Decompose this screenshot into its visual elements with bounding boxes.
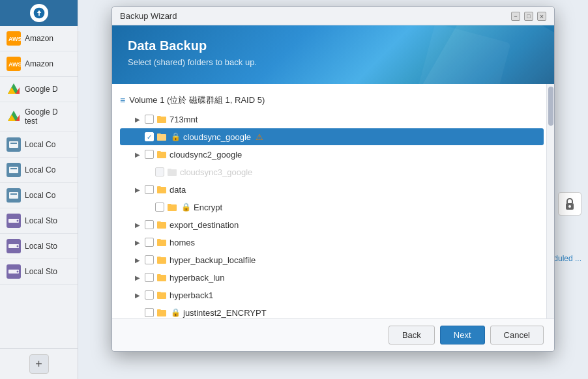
footer-right: Back Next Cancel bbox=[389, 326, 544, 344]
sidebar-item-google1[interactable]: Google D bbox=[0, 77, 78, 102]
folder-tree[interactable]: ≡ Volume 1 (位於 磁碟群組 1, RAID 5) ▶ 713mnt bbox=[112, 84, 546, 318]
expand-arrow[interactable]: ▶ bbox=[133, 255, 142, 264]
maximize-button[interactable]: □ bbox=[524, 12, 533, 21]
tree-item-hyperback-lun[interactable]: ▶ hyperback_lun bbox=[120, 269, 544, 286]
localstorage-icon bbox=[7, 214, 21, 228]
expand-arrow[interactable]: ▶ bbox=[133, 220, 142, 229]
checkbox-hyperback1[interactable] bbox=[145, 290, 154, 300]
sidebar-item-label: Local Sto bbox=[25, 267, 57, 276]
sidebar-item-localco1[interactable]: Local Co bbox=[0, 132, 78, 158]
checkbox-cloudsync2-google[interactable] bbox=[145, 150, 154, 159]
folder-icon bbox=[156, 237, 167, 247]
tree-item-export-destination[interactable]: ▶ export_destination bbox=[120, 216, 544, 233]
lock-icon: 🔒 bbox=[181, 203, 191, 212]
tree-item-713mnt[interactable]: ▶ 713mnt bbox=[120, 111, 544, 128]
localbackup-icon bbox=[7, 163, 21, 177]
lock-icon: 🔒 bbox=[171, 132, 181, 141]
volume-icon: ≡ bbox=[120, 95, 125, 105]
backup-wizard-dialog: Backup Wizard − □ × Data Backup Select (… bbox=[111, 7, 555, 352]
checkbox-713mnt[interactable] bbox=[145, 115, 154, 124]
sidebar-item-amazon1[interactable]: AWS Amazon bbox=[0, 26, 78, 51]
close-button[interactable]: × bbox=[537, 12, 546, 21]
lock-icon: 🔒 bbox=[171, 308, 181, 317]
expand-arrow[interactable]: ▶ bbox=[133, 290, 142, 300]
sidebar-item-localsto3[interactable]: Local Sto bbox=[0, 259, 78, 285]
tree-item-homes[interactable]: ▶ homes bbox=[120, 234, 544, 251]
svg-point-28 bbox=[17, 270, 19, 272]
folder-icon bbox=[167, 167, 177, 177]
item-label-data: data bbox=[169, 185, 186, 195]
sidebar-item-localco3[interactable]: Local Co bbox=[0, 183, 78, 208]
localbackup-icon bbox=[7, 137, 21, 152]
tree-item-cloudsync3-google[interactable]: cloudsync3_google bbox=[120, 163, 544, 180]
sidebar-item-label: Amazon bbox=[25, 34, 53, 43]
folder-icon bbox=[156, 114, 167, 124]
sidebar-bottom: + bbox=[0, 348, 78, 379]
checkbox-hyperback-lun[interactable] bbox=[145, 273, 154, 282]
tree-item-data[interactable]: ▶ data bbox=[120, 181, 544, 198]
expand-arrow[interactable]: ▶ bbox=[133, 185, 142, 194]
item-label-cloudsync3-google: cloudsync3_google bbox=[180, 167, 252, 177]
sidebar-item-amazon2[interactable]: AWS Amazon bbox=[0, 51, 78, 77]
item-label-hyperback1: hyperback1 bbox=[169, 290, 213, 300]
folder-icon bbox=[156, 272, 167, 283]
tree-item-encrypt[interactable]: 🔒 Encrypt bbox=[120, 199, 544, 216]
tree-item-hyperback1[interactable]: ▶ hyperback1 bbox=[120, 287, 544, 303]
dialog-banner: Data Backup Select (shared) folders to b… bbox=[112, 25, 554, 84]
sidebar-item-localco2[interactable]: Local Co bbox=[0, 158, 78, 183]
amazon-icon: AWS bbox=[7, 57, 21, 71]
sidebar-item-google2[interactable]: Google D test bbox=[0, 102, 78, 132]
svg-text:AWS: AWS bbox=[8, 61, 21, 68]
cancel-button[interactable]: Cancel bbox=[490, 326, 544, 344]
svg-point-22 bbox=[17, 219, 19, 221]
checkbox-cloudsync3-google[interactable] bbox=[155, 167, 164, 176]
checkbox-hyper-backup-localfile[interactable] bbox=[145, 255, 154, 264]
folder-icon bbox=[156, 255, 167, 265]
main-area: scheduled ... Backup Wizard − □ × Data B… bbox=[78, 0, 588, 379]
sidebar-item-label: Google D test bbox=[25, 107, 58, 126]
add-button[interactable]: + bbox=[29, 354, 49, 374]
sidebar-item-label: Amazon bbox=[25, 59, 53, 68]
next-button[interactable]: Next bbox=[440, 326, 485, 344]
item-label-713mnt: 713mnt bbox=[169, 115, 198, 124]
titlebar-controls: − □ × bbox=[511, 12, 546, 21]
dialog-title: Backup Wizard bbox=[120, 11, 177, 21]
checkbox-homes[interactable] bbox=[145, 238, 154, 247]
svg-text:AWS: AWS bbox=[8, 36, 21, 42]
tree-item-hyper-backup-localfile[interactable]: ▶ hyper_backup_localfile bbox=[120, 251, 544, 268]
checkbox-data[interactable] bbox=[145, 185, 154, 194]
item-label-cloudsync2-google: cloudsync2_google bbox=[169, 150, 242, 160]
localstorage-icon bbox=[7, 239, 21, 253]
expand-arrow[interactable]: ▶ bbox=[133, 150, 142, 159]
back-button[interactable]: Back bbox=[389, 326, 435, 344]
svg-rect-18 bbox=[9, 192, 18, 199]
scrollbar-track[interactable] bbox=[546, 84, 554, 318]
sidebar-header bbox=[0, 0, 78, 26]
localstorage-icon bbox=[7, 264, 21, 279]
sidebar-item-label: Local Co bbox=[25, 165, 55, 175]
checkbox-justintest2-encrypt[interactable] bbox=[145, 308, 154, 317]
sidebar-item-label: Local Co bbox=[25, 191, 55, 200]
folder-icon bbox=[156, 219, 167, 230]
checkbox-export-destination[interactable] bbox=[145, 220, 154, 229]
checkbox-cloudsync-google[interactable]: ✓ bbox=[145, 132, 154, 141]
tree-item-justintest2-encrypt[interactable]: 🔒 justintest2_ENCRYPT bbox=[120, 304, 544, 318]
expand-arrow[interactable]: ▶ bbox=[133, 115, 142, 124]
svg-rect-13 bbox=[10, 143, 17, 144]
expand-arrow[interactable]: ▶ bbox=[133, 273, 142, 282]
sidebar-item-localsto1[interactable]: Local Sto bbox=[0, 208, 78, 234]
sidebar: AWS Amazon AWS Amazon Google D bbox=[0, 0, 78, 379]
scrollbar-thumb[interactable] bbox=[548, 87, 553, 126]
sidebar-item-label: Local Sto bbox=[25, 216, 57, 225]
minimize-button[interactable]: − bbox=[511, 12, 520, 21]
tree-root-label: Volume 1 (位於 磁碟群組 1, RAID 5) bbox=[129, 94, 265, 106]
folder-icon bbox=[156, 184, 167, 195]
checkbox-encrypt[interactable] bbox=[155, 203, 164, 212]
sidebar-item-localsto2[interactable]: Local Sto bbox=[0, 234, 78, 259]
expand-arrow[interactable]: ▶ bbox=[133, 238, 142, 247]
tree-item-cloudsync-google[interactable]: ▶ ✓ 🔒 cloudsync_google ⚠ bbox=[120, 128, 544, 145]
tree-root: ≡ Volume 1 (位於 磁碟群組 1, RAID 5) bbox=[120, 92, 544, 110]
svg-rect-19 bbox=[10, 193, 17, 195]
tree-item-cloudsync2-google[interactable]: ▶ cloudsync2_google bbox=[120, 146, 544, 163]
folder-icon bbox=[156, 307, 167, 318]
